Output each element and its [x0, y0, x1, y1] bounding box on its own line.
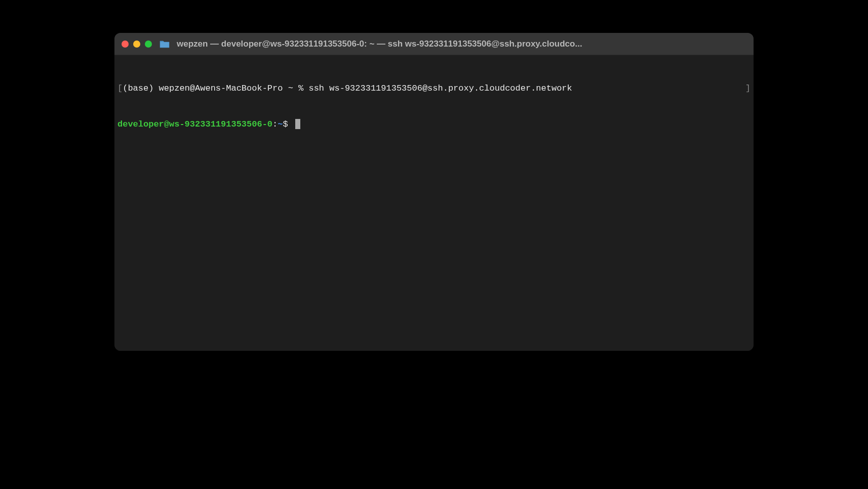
remote-prompt-dollar: $: [283, 119, 293, 129]
terminal-line-2: developer@ws-932331191353506-0:~$: [117, 118, 751, 131]
remote-prompt-path: ~: [278, 119, 283, 129]
remote-prompt-colon: :: [272, 119, 278, 129]
ssh-command: ssh ws-932331191353506@ssh.proxy.cloudco…: [308, 84, 572, 93]
window-title: wepzen — developer@ws-932331191353506-0:…: [177, 39, 746, 49]
terminal-line-1: [(base) wepzen@Awens-MacBook-Pro ~ % ssh…: [117, 83, 751, 95]
open-bracket: [: [117, 84, 123, 93]
folder-icon: [159, 39, 170, 49]
cursor: [295, 119, 300, 129]
minimize-button[interactable]: [133, 40, 140, 48]
terminal-window: wepzen — developer@ws-932331191353506-0:…: [114, 33, 754, 351]
local-prompt: (base) wepzen@Awens-MacBook-Pro ~ %: [123, 84, 308, 93]
remote-prompt-userhost: developer@ws-932331191353506-0: [117, 119, 272, 129]
traffic-lights: [122, 40, 152, 48]
title-bar: wepzen — developer@ws-932331191353506-0:…: [114, 33, 754, 55]
terminal-body[interactable]: [(base) wepzen@Awens-MacBook-Pro ~ % ssh…: [114, 55, 754, 351]
close-button[interactable]: [122, 40, 129, 48]
maximize-button[interactable]: [145, 40, 152, 48]
close-bracket: ]: [745, 83, 751, 95]
